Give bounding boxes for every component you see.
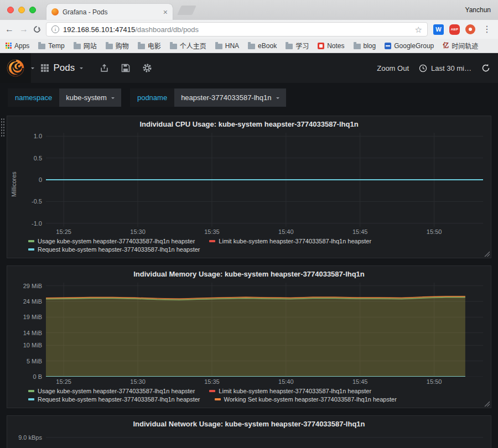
forward-icon xyxy=(19,25,28,34)
adblock-extension-icon[interactable]: ABP xyxy=(449,24,460,35)
y-tick-label: 0 xyxy=(39,176,42,183)
legend-item[interactable]: Usage kube-system heapster-3774033587-lh… xyxy=(28,238,195,244)
legend-color-marker xyxy=(28,398,34,400)
memory-y-axis: 29 MiB24 MiB19 MiB14 MiB10 MiB5 MiB0 B xyxy=(19,283,46,386)
cpu-plot-area[interactable] xyxy=(46,133,483,227)
legend-item[interactable]: Working Set kube-system heapster-3774033… xyxy=(215,396,397,403)
bookmark-item[interactable]: GoogleGroup xyxy=(385,42,434,50)
bookmark-item[interactable]: HNA xyxy=(215,42,239,50)
grafana-logo[interactable] xyxy=(0,53,31,83)
dashboard-actions xyxy=(100,63,152,73)
back-icon[interactable] xyxy=(5,25,14,34)
browser-menu-icon[interactable] xyxy=(481,25,493,34)
bookmark-item[interactable]: Notes xyxy=(318,42,344,50)
folder-icon xyxy=(248,44,255,49)
x-tick-label: 15:35 xyxy=(204,378,220,385)
new-tab-button[interactable] xyxy=(177,6,196,15)
memory-plot-area[interactable] xyxy=(46,283,483,377)
network-plot-area[interactable] xyxy=(46,433,483,448)
zoom-out-button[interactable]: Zoom Out xyxy=(377,64,409,72)
notes-icon xyxy=(318,43,324,49)
bookmark-item[interactable]: 学习 xyxy=(286,41,309,50)
bookmark-star-icon[interactable] xyxy=(415,25,422,34)
bookmark-label: Temp xyxy=(48,42,64,50)
bookmark-label: 时间轨迹 xyxy=(452,41,478,50)
apps-grid-icon xyxy=(6,43,12,49)
dashboard-caret-down-icon xyxy=(80,67,83,71)
minimize-window-button[interactable] xyxy=(18,7,25,13)
x-tick-label: 15:50 xyxy=(427,228,442,235)
variable-label-namespace: namespace xyxy=(8,88,59,107)
bookmark-item[interactable]: 购物 xyxy=(106,41,129,50)
browser-tab[interactable]: Grafana - Pods xyxy=(46,4,173,20)
x-tick-label: 15:35 xyxy=(204,228,220,235)
bookmark-label: eBook xyxy=(258,42,277,50)
bookmark-label: Notes xyxy=(327,42,344,50)
url-text: 192.168.56.101:47415/dashboard/db/pods xyxy=(63,25,199,34)
cpu-panel-title[interactable]: Individual CPU Usage: kube-system heapst… xyxy=(7,116,491,131)
page-info-icon[interactable] xyxy=(51,25,59,33)
legend-color-marker xyxy=(209,390,215,392)
legend-color-marker xyxy=(28,240,34,242)
legend-item[interactable]: Request kube-system heapster-3774033587-… xyxy=(28,246,200,253)
tab-close-icon[interactable] xyxy=(163,8,168,16)
variable-value-namespace[interactable]: kube-system xyxy=(59,88,121,107)
bookmark-label: 购物 xyxy=(116,41,129,50)
extension-icon[interactable] xyxy=(465,24,475,34)
refresh-icon[interactable] xyxy=(481,64,490,72)
legend-item[interactable]: Limit kube-system heapster-3774033587-lh… xyxy=(209,388,371,394)
folder-icon xyxy=(215,44,222,49)
bookmark-item[interactable]: blog xyxy=(354,42,376,50)
save-icon[interactable] xyxy=(121,64,130,72)
share-icon[interactable] xyxy=(100,64,109,73)
network-panel-title[interactable]: Individual Network Usage: kube-system he… xyxy=(7,416,491,430)
legend-item[interactable]: Usage kube-system heapster-3774033587-lh… xyxy=(28,388,195,394)
tab-title: Grafana - Pods xyxy=(63,8,163,16)
y-tick-label: 1.0 xyxy=(34,133,42,139)
network-y-axis: 9.0 kBps xyxy=(19,433,46,448)
folder-icon xyxy=(170,44,177,49)
cpu-y-axis-title: Millicores xyxy=(11,133,19,236)
folder-icon xyxy=(354,44,361,49)
bookmark-label: blog xyxy=(364,42,376,50)
bookmark-item[interactable]: 网站 xyxy=(74,41,97,50)
x-tick-label: 15:50 xyxy=(427,378,442,385)
legend-label: Usage kube-system heapster-3774033587-lh… xyxy=(38,388,195,394)
bookmark-item[interactable]: Apps xyxy=(6,42,29,50)
url-bar[interactable]: 192.168.56.101:47415/dashboard/db/pods xyxy=(46,22,428,37)
settings-gear-icon[interactable] xyxy=(142,63,152,73)
cpu-x-axis: 15:2515:3015:3515:4015:4515:50 xyxy=(46,227,483,236)
bookmark-item[interactable]: 亿时间轨迹 xyxy=(443,41,478,50)
variable-label-podname: podname xyxy=(130,88,174,107)
bookmark-item[interactable]: Temp xyxy=(38,42,64,50)
memory-y-axis-title xyxy=(11,283,19,386)
network-panel: Individual Network Usage: kube-system he… xyxy=(7,415,491,448)
close-window-button[interactable] xyxy=(7,7,14,13)
variable-selected-value: kube-system xyxy=(66,93,107,102)
grafana-logo-icon xyxy=(6,58,25,78)
clock-icon xyxy=(419,64,427,72)
caret-down-icon xyxy=(111,97,115,101)
reload-icon[interactable] xyxy=(33,25,42,34)
y-tick-label: 29 MiB xyxy=(23,283,42,289)
bookmark-item[interactable]: eBook xyxy=(248,42,277,50)
legend-item[interactable]: Limit kube-system heapster-3774033587-lh… xyxy=(209,238,371,244)
w-extension-icon[interactable]: W xyxy=(433,24,444,35)
row-drag-handle-icon[interactable] xyxy=(1,118,4,138)
bookmark-label: Apps xyxy=(14,42,29,50)
y-tick-label: 19 MiB xyxy=(23,314,42,320)
x-tick-label: 15:40 xyxy=(278,228,294,235)
memory-panel-title[interactable]: Individual Memory Usage: kube-system hea… xyxy=(7,266,491,280)
time-range-picker[interactable]: Last 30 mi… xyxy=(419,64,471,72)
x-tick-label: 15:45 xyxy=(352,378,368,385)
legend-item[interactable]: Request kube-system heapster-3774033587-… xyxy=(28,396,200,403)
zoom-window-button[interactable] xyxy=(29,7,36,13)
dashboard-grid-icon xyxy=(41,64,49,72)
y-tick-label: 5 MiB xyxy=(27,358,42,364)
bookmark-item[interactable]: 电影 xyxy=(138,41,161,50)
variable-value-podname[interactable]: heapster-3774033587-lhq1n xyxy=(174,88,286,107)
memory-panel: Individual Memory Usage: kube-system hea… xyxy=(7,265,491,408)
bookmark-item[interactable]: 个人主页 xyxy=(170,41,206,50)
legend-label: Usage kube-system heapster-3774033587-lh… xyxy=(38,238,195,244)
dashboard-picker[interactable]: Pods xyxy=(34,62,92,74)
